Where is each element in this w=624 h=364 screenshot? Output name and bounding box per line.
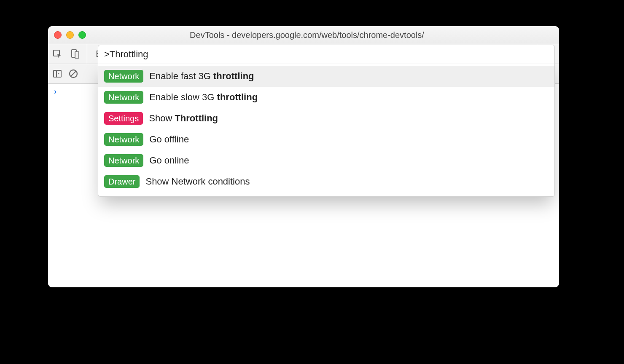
console-prompt-caret-icon: › bbox=[54, 87, 56, 96]
command-menu-input[interactable]: >Throttling bbox=[98, 45, 555, 64]
command-menu-item[interactable]: NetworkGo offline bbox=[98, 129, 554, 150]
command-menu-item[interactable]: SettingsShow Throttling bbox=[98, 108, 554, 129]
inspect-element-icon[interactable] bbox=[52, 49, 62, 59]
devtools-window: DevTools - developers.google.com/web/too… bbox=[48, 26, 559, 287]
command-menu-item[interactable]: DrawerShow Network conditions bbox=[98, 171, 554, 192]
tabstrip-leading-tools bbox=[52, 44, 87, 64]
command-menu-results: NetworkEnable fast 3G throttlingNetworkE… bbox=[98, 63, 554, 196]
command-menu-badge: Network bbox=[104, 70, 143, 83]
svg-rect-3 bbox=[54, 70, 61, 77]
command-menu-item-label: Show Throttling bbox=[149, 113, 218, 124]
command-menu-badge: Drawer bbox=[104, 175, 140, 188]
clear-console-icon[interactable] bbox=[68, 69, 78, 79]
command-menu-badge: Network bbox=[104, 154, 143, 167]
command-menu-item-label: Enable fast 3G throttling bbox=[149, 71, 254, 82]
svg-rect-2 bbox=[75, 52, 79, 58]
command-menu-item-label: Enable slow 3G throttling bbox=[149, 92, 258, 103]
command-menu-item[interactable]: NetworkEnable fast 3G throttling bbox=[98, 66, 554, 87]
command-menu-item-label: Go offline bbox=[149, 134, 189, 145]
command-menu-item[interactable]: NetworkGo online bbox=[98, 150, 554, 171]
command-menu-item[interactable]: NetworkEnable slow 3G throttling bbox=[98, 87, 554, 108]
command-menu-item-label: Show Network conditions bbox=[145, 176, 250, 187]
window-title: DevTools - developers.google.com/web/too… bbox=[61, 30, 553, 40]
svg-line-6 bbox=[71, 71, 76, 76]
command-menu-dropdown: NetworkEnable fast 3G throttlingNetworkE… bbox=[98, 63, 555, 197]
command-menu-item-label: Go online bbox=[149, 155, 189, 166]
command-menu-badge: Settings bbox=[104, 112, 143, 125]
device-toolbar-icon[interactable] bbox=[70, 49, 80, 59]
window-titlebar: DevTools - developers.google.com/web/too… bbox=[48, 26, 559, 44]
command-menu-badge: Network bbox=[104, 133, 143, 146]
command-menu-badge: Network bbox=[104, 91, 143, 104]
console-sidebar-toggle-icon[interactable] bbox=[52, 69, 62, 79]
command-menu-query: >Throttling bbox=[104, 49, 148, 60]
